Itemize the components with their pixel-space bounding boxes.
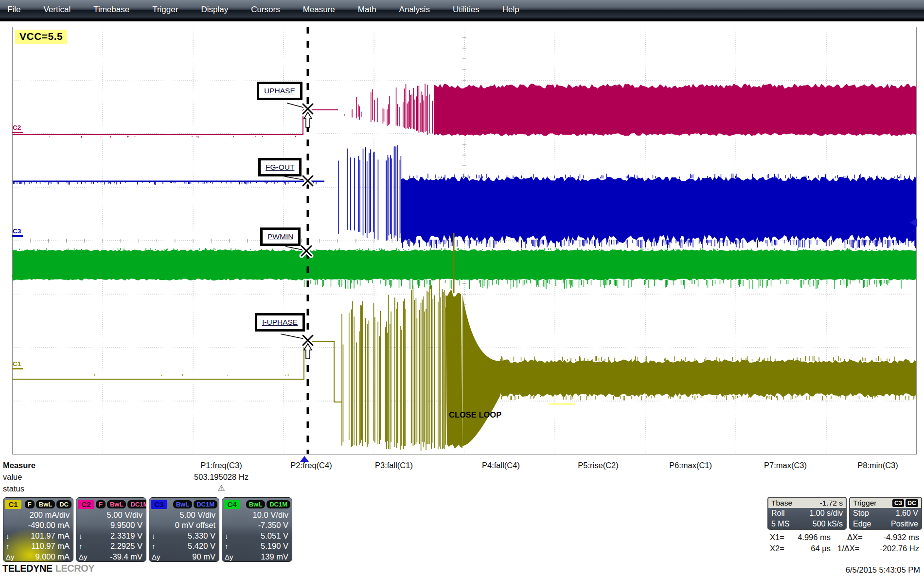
channel-c4-max: ↑5.190 V — [222, 541, 292, 551]
trrows-row: EdgePositive — [850, 519, 921, 529]
channel-c4-min: ↓5.051 V — [222, 531, 292, 541]
menu-display[interactable]: Display — [201, 5, 228, 15]
channel-chip-c3: C3 — [151, 500, 167, 509]
measure-label: P8:min(C3) — [834, 461, 922, 470]
channel-marker-c1[interactable]: C1 — [12, 361, 23, 369]
menu-analysis[interactable]: Analysis — [399, 5, 430, 15]
channel-marker-c3[interactable]: C3 — [12, 228, 23, 237]
cursor-dx-label: ΔX= — [847, 533, 863, 542]
channel-c4-scale: 10.0 V/div — [222, 510, 292, 520]
channel-box-c4[interactable]: C4BwLDC1M10.0 V/div-7.350 V↓5.051 V↑5.19… — [222, 497, 292, 562]
trace-label-pwmin[interactable]: PWMIN — [260, 227, 301, 246]
cursor-x2-value: 64 µs — [782, 544, 831, 553]
channel-c1-scale: 200 mA/div — [3, 510, 73, 520]
channel-c3-scale: 5.00 V/div — [149, 510, 219, 520]
measure-column-p4[interactable]: P4:fall(C4) — [457, 461, 545, 470]
menu-bar: FileVerticalTimebaseTriggerDisplayCursor… — [0, 0, 924, 21]
channel-c2-max: ↑2.2925 V — [76, 541, 146, 551]
measure-label: P6:max(C1) — [647, 461, 734, 470]
measure-label: P4:fall(C4) — [457, 461, 545, 470]
badge-dc1m: DC1M — [194, 500, 217, 508]
channel-box-c1[interactable]: C1FBwLDC200 mA/div-490.00 mA↓101.97 mA↑1… — [3, 497, 73, 562]
menu-help[interactable]: Help — [502, 5, 519, 15]
close-loop-annotation: CLOSE LOOP — [449, 410, 501, 420]
trigger-chip-dc: DC — [906, 499, 918, 507]
channel-chip-c2: C2 — [78, 500, 94, 509]
menu-cursors[interactable]: Cursors — [251, 5, 280, 15]
measure-row-status: status — [3, 484, 24, 493]
badge-dc: DC — [56, 500, 71, 508]
trigger-panel[interactable]: Trigger C3DC Stop1.60 VEdgePositive — [849, 497, 922, 530]
waveform-grid — [12, 27, 917, 455]
channel-c4-offset: -7.350 V — [222, 520, 292, 530]
trigger-level-marker[interactable] — [910, 218, 917, 227]
badge-bwl: BwL — [36, 500, 55, 508]
badge-dc1m: DC1M — [127, 500, 146, 508]
warning-icon: ⚠ — [178, 483, 265, 493]
measure-column-p6[interactable]: P6:max(C1) — [647, 461, 734, 470]
channel-c2-offset: 9.9500 V — [76, 520, 146, 530]
measure-label: P1:freq(C3) — [178, 461, 265, 470]
cursor-invdx-label: 1/ΔX= — [837, 544, 859, 553]
channel-c1-offset: -490.00 mA — [3, 520, 73, 530]
measure-column-p3[interactable]: P3:fall(C1) — [350, 461, 438, 470]
channel-c3-offset: 0 mV offset — [149, 520, 219, 530]
channel-box-c3[interactable]: C3BwLDC1M5.00 V/div0 mV offset↓5.330 V↑5… — [149, 497, 219, 562]
tbrows-row: Roll1.00 s/div — [768, 508, 846, 519]
menu-measure[interactable]: Measure — [303, 5, 335, 15]
menu-math[interactable]: Math — [358, 5, 376, 15]
channel-chip-c1: C1 — [5, 500, 21, 509]
trrows-row: Stop1.60 V — [850, 508, 921, 519]
trace-label-uphase[interactable]: UPHASE — [257, 82, 302, 100]
measure-value: 503.195028 Hz — [178, 472, 265, 482]
trigger-chip-c3: C3 — [892, 499, 904, 507]
menu-vertical[interactable]: Vertical — [43, 5, 71, 15]
channel-marker-c2[interactable]: C2 — [12, 124, 23, 133]
cursor-x1-value: 4.996 ms — [782, 533, 831, 542]
badge-bwl: BwL — [246, 500, 265, 508]
timebase-title: Tbase — [771, 499, 792, 507]
timebase-panel[interactable]: Tbase -1.72 s Roll1.00 s/div5 MS500 kS/s — [767, 497, 847, 530]
datetime: 6/5/2015 5:43:05 PM — [846, 565, 920, 575]
channel-marker-c4[interactable]: C4 — [12, 268, 23, 277]
measure-label: P3:fall(C1) — [350, 461, 438, 470]
channel-c1-max: ↑110.97 mA — [3, 541, 73, 551]
menu-timebase[interactable]: Timebase — [93, 5, 129, 15]
menu-trigger[interactable]: Trigger — [152, 5, 178, 15]
measure-column-p2[interactable]: P2:freq(C4) — [267, 461, 355, 470]
channel-c3-dy: Δy90 mV — [149, 552, 219, 562]
cursor-invdx-value: -202.76 Hz — [869, 544, 919, 553]
channel-c2-scale: 5.00 V/div — [76, 510, 146, 520]
measure-column-p7[interactable]: P7:max(C3) — [742, 461, 829, 470]
badge-bwl: BwL — [173, 500, 192, 508]
trigger-title: Trigger — [853, 499, 877, 507]
menu-utilities[interactable]: Utilities — [453, 5, 480, 15]
badge-f: F — [96, 500, 106, 508]
badge-dc1m: DC1M — [267, 500, 290, 508]
cursor-dx-value: -4.932 ms — [869, 533, 919, 542]
channel-c1-dy: Δy9.000 mA — [3, 552, 73, 562]
scope-traces — [12, 27, 917, 455]
channel-c2-dy: Δy-39.4 mV — [76, 552, 146, 562]
measure-label: P5:rise(C2) — [554, 461, 642, 470]
trace-label-fgout[interactable]: FG-OUT — [258, 158, 302, 176]
channel-c4-dy: Δy139 mV — [222, 552, 292, 562]
badge-bwl: BwL — [107, 500, 126, 508]
measure-row-value: value — [3, 472, 22, 482]
measure-column-p8[interactable]: P8:min(C3) — [834, 461, 922, 470]
measure-column-p5[interactable]: P5:rise(C2) — [554, 461, 642, 470]
timebase-offset: -1.72 s — [820, 499, 843, 507]
menu-file[interactable]: File — [7, 5, 20, 15]
brand-primary: TELEDYNE — [2, 563, 53, 574]
trace-label-iuphase[interactable]: I-UPHASE — [255, 313, 305, 332]
channel-box-c2[interactable]: C2FBwLDC1M5.00 V/div9.9500 V↓2.3319 V↑2.… — [76, 497, 146, 562]
tbrows-row: 5 MS500 kS/s — [768, 519, 846, 529]
teledyne-lecroy-logo: TELEDYNELECROY — [2, 563, 94, 574]
channel-c3-min: ↓5.330 V — [149, 531, 219, 541]
channel-c3-max: ↑5.420 V — [149, 541, 219, 551]
badge-f: F — [25, 500, 35, 508]
brand-secondary: LECROY — [55, 563, 94, 574]
measure-column-p1[interactable]: P1:freq(C3)503.195028 Hz⚠ — [178, 461, 265, 493]
vcc-annotation: VCC=5.5 — [15, 30, 67, 44]
measure-label: P2:freq(C4) — [267, 461, 355, 470]
